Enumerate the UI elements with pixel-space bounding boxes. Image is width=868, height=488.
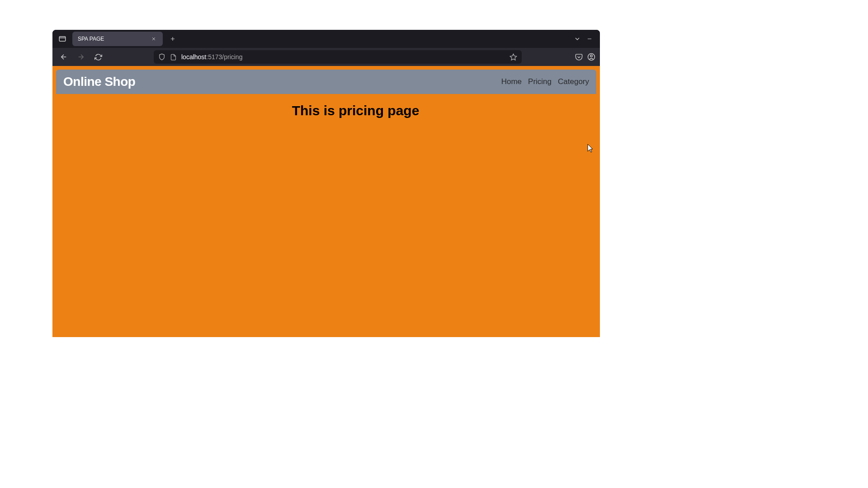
account-icon[interactable] bbox=[587, 53, 595, 61]
browser-toolbar: localhost:5173/pricing bbox=[52, 48, 600, 66]
browser-window: SPA PAGE bbox=[52, 30, 600, 337]
back-button[interactable] bbox=[57, 50, 71, 64]
site-header: Online Shop Home Pricing Category bbox=[56, 70, 596, 94]
browser-tab[interactable]: SPA PAGE bbox=[72, 32, 163, 46]
address-bar[interactable]: localhost:5173/pricing bbox=[154, 50, 522, 64]
pocket-icon[interactable] bbox=[575, 53, 583, 61]
minimize-window-icon[interactable] bbox=[586, 36, 593, 42]
firefox-view-icon[interactable] bbox=[56, 33, 69, 45]
svg-point-3 bbox=[590, 55, 593, 57]
bookmark-icon[interactable] bbox=[509, 53, 517, 61]
page-body: This is pricing page bbox=[52, 94, 600, 337]
new-tab-button[interactable] bbox=[166, 33, 179, 45]
nav-link-category[interactable]: Category bbox=[558, 77, 589, 86]
nav-link-home[interactable]: Home bbox=[501, 77, 522, 86]
tab-bar: SPA PAGE bbox=[52, 30, 600, 48]
forward-button[interactable] bbox=[74, 50, 88, 64]
file-icon bbox=[170, 54, 177, 61]
shield-icon[interactable] bbox=[158, 53, 165, 61]
svg-marker-1 bbox=[510, 54, 516, 60]
page-viewport: Online Shop Home Pricing Category This i… bbox=[52, 66, 600, 337]
close-tab-icon[interactable] bbox=[150, 35, 157, 42]
nav-links: Home Pricing Category bbox=[501, 77, 589, 86]
page-heading: This is pricing page bbox=[111, 103, 600, 118]
tab-title: SPA PAGE bbox=[78, 36, 146, 42]
list-tabs-icon[interactable] bbox=[574, 35, 581, 42]
svg-rect-0 bbox=[59, 37, 66, 42]
nav-link-pricing[interactable]: Pricing bbox=[528, 77, 552, 86]
site-title: Online Shop bbox=[63, 75, 135, 89]
url-text: localhost:5173/pricing bbox=[181, 53, 242, 61]
cursor-icon bbox=[585, 143, 594, 154]
reload-button[interactable] bbox=[91, 50, 105, 64]
